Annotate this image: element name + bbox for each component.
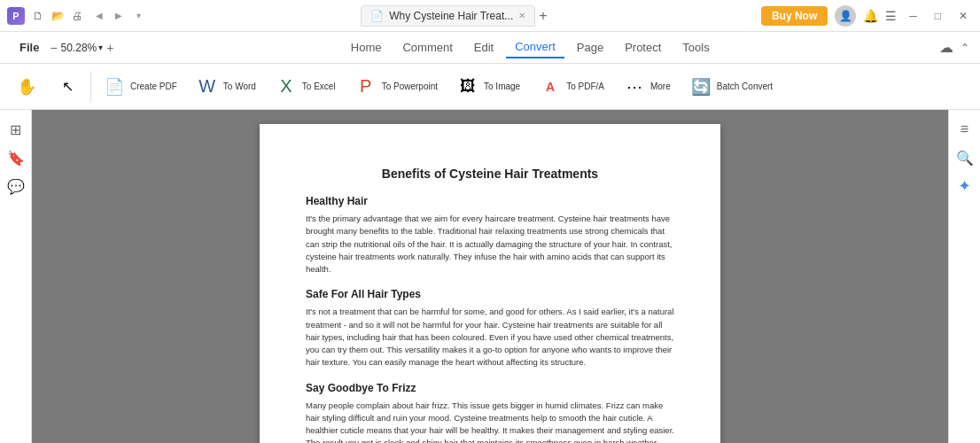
menu-protect[interactable]: Protect [616,37,670,58]
buy-now-btn[interactable]: Buy Now [761,6,828,26]
cursor-icon: ↖ [62,80,74,94]
new-tab-btn[interactable]: + [539,8,547,24]
comment-panel-btn[interactable]: 💬 [4,174,28,198]
window-maximize-btn[interactable]: □ [929,8,946,24]
zoom-dropdown-icon: ▾ [98,43,103,52]
to-image-icon: 🖼 [457,76,478,97]
nav-dropdown[interactable]: ▾ [129,7,147,25]
more-btn[interactable]: ⋯ More [615,71,680,103]
hand-icon: ✋ [17,79,36,95]
notifications-bell[interactable]: 🔔 [863,9,878,23]
section-text-2: Many people complain about hair frizz. T… [306,400,674,444]
zoom-out-btn[interactable]: − [50,41,57,55]
section-heading-2: Say Goodbye To Frizz [306,382,674,394]
to-powerpoint-btn[interactable]: P To Powerpoint [346,71,447,103]
pdf-title: Benefits of Cysteine Hair Treatments [306,167,674,181]
to-ppt-icon: P [355,76,377,97]
thumbnail-panel-btn[interactable]: ⊞ [4,117,28,142]
zoom-level-display[interactable]: 50.28% ▾ [61,42,104,54]
zoom-in-btn[interactable]: + [106,41,113,55]
more-icon: ⋯ [624,76,645,97]
to-image-label: To Image [484,82,520,91]
title-bar-left: P 🗋 📂 🖨 ◀ ▶ ▾ [7,7,147,25]
open-btn[interactable]: 📂 [50,8,66,24]
app-icon: P [7,7,25,25]
nav-buttons: ◀ ▶ ▾ [90,7,147,25]
menu-tools[interactable]: Tools [673,37,718,58]
select-tool-btn[interactable]: ↖ [48,76,87,97]
properties-panel-btn[interactable]: ≡ [953,117,977,142]
section-text-1: It's not a treatment that can be harmful… [306,306,674,369]
window-close-btn[interactable]: ✕ [953,8,973,24]
create-pdf-icon: 📄 [104,76,125,97]
new-file-btn[interactable]: 🗋 [30,8,46,24]
to-word-label: To Word [223,82,256,91]
to-excel-label: To Excel [302,82,336,91]
create-pdf-btn[interactable]: 📄 Create PDF [95,71,186,103]
doc-tab-title: Why Cysteine Hair Treat... [389,10,513,22]
doc-tab[interactable]: 📄 Why Cysteine Hair Treat... ✕ [361,5,535,27]
main-content: ⊞ 🔖 💬 Benefits of Cysteine Hair Treatmen… [0,110,980,443]
menu-comment[interactable]: Comment [393,37,461,58]
batch-convert-label: Batch Convert [717,82,773,91]
doc-icon: 📄 [370,10,384,22]
back-btn[interactable]: ◀ [90,7,108,25]
cloud-sync-icon[interactable]: ☁ [939,39,953,56]
to-ppt-label: To Powerpoint [382,82,438,91]
pdf-viewer[interactable]: Benefits of Cysteine Hair Treatments Hea… [32,110,948,443]
to-pdf-a-label: To PDF/A [566,82,604,91]
zoom-controls: − 50.28% ▾ + [50,41,113,55]
menu-page[interactable]: Page [568,37,612,58]
title-bar-right: Buy Now 👤 🔔 ☰ ─ □ ✕ [761,5,973,27]
to-excel-btn[interactable]: X To Excel [267,71,345,103]
toolbar: ✋ ↖ 📄 Create PDF W To Word X To Excel P … [0,64,980,110]
menu-bar: File − 50.28% ▾ + Home Comment Edit Conv… [0,32,980,64]
file-menu[interactable]: File [11,37,48,58]
to-word-icon: W [197,76,218,97]
tab-close-btn[interactable]: ✕ [518,11,525,20]
section-heading-0: Healthy Hair [306,195,674,207]
forward-btn[interactable]: ▶ [110,7,128,25]
print-btn[interactable]: 🖨 [69,8,85,24]
section-text-0: It's the primary advantage that we aim f… [306,213,674,276]
to-excel-icon: X [276,76,297,97]
user-avatar[interactable]: 👤 [835,5,856,27]
batch-convert-icon: 🔄 [690,76,712,97]
create-pdf-label: Create PDF [130,82,177,91]
ai-assistant-btn[interactable]: ✦ [953,174,977,198]
to-image-btn[interactable]: 🖼 To Image [448,71,529,103]
pdf-page: Benefits of Cysteine Hair Treatments Hea… [260,124,720,443]
to-word-btn[interactable]: W To Word [188,71,265,103]
menu-home[interactable]: Home [342,37,391,58]
to-pdf-a-btn[interactable]: A To PDF/A [531,71,613,103]
tab-bar: 📄 Why Cysteine Hair Treat... ✕ + [151,5,758,27]
hamburger-menu[interactable]: ☰ [885,9,897,23]
menu-edit[interactable]: Edit [465,37,502,58]
window-minimize-btn[interactable]: ─ [904,8,922,24]
section-heading-1: Safe For All Hair Types [306,288,674,300]
menu-right: ☁ ⌃ [939,39,969,56]
batch-convert-btn[interactable]: 🔄 Batch Convert [681,71,782,103]
menu-expand-btn[interactable]: ⌃ [961,42,969,54]
menu-items: Home Comment Edit Convert Page Protect T… [122,36,937,58]
to-pdf-a-icon: A [540,76,561,97]
right-sidebar: ≡ 🔍 ✦ [948,110,980,443]
hand-tool-btn[interactable]: ✋ [7,75,46,98]
left-sidebar: ⊞ 🔖 💬 [0,110,32,443]
menu-convert[interactable]: Convert [506,36,564,58]
search-panel-btn[interactable]: 🔍 [953,145,977,170]
title-bar: P 🗋 📂 🖨 ◀ ▶ ▾ 📄 Why Cysteine Hair Treat.… [0,0,980,32]
window-controls: 🗋 📂 🖨 [30,8,85,24]
bookmark-panel-btn[interactable]: 🔖 [4,145,28,170]
more-label: More [650,82,671,91]
toolbar-divider-1 [90,71,91,103]
